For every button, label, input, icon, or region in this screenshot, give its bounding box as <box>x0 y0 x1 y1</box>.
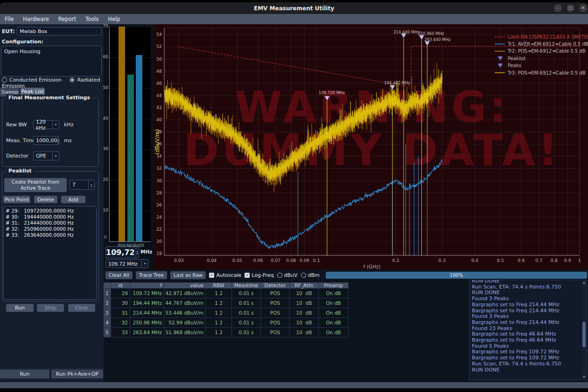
bargraph-bar-pos <box>119 27 125 241</box>
peaklist-listbox[interactable]: # 29: 109720000.0000 Hz# 30: 194440000.0… <box>3 206 97 300</box>
menu-item-file[interactable]: File <box>0 14 18 24</box>
bargraph-bar-label: AVER <box>134 243 144 248</box>
cell-rf_attn: 10 dB <box>290 298 319 308</box>
column-header-detector[interactable]: Detector <box>261 282 290 289</box>
table-header-row: idfvalueRBWMeastimeDetectorRF_AttnPreamp <box>104 282 349 289</box>
cell-rf_attn: 10 dB <box>290 289 319 298</box>
dbuv-radio[interactable] <box>277 273 282 278</box>
run-button[interactable]: Run <box>6 304 34 312</box>
cell-f: 214.44 MHz <box>130 308 164 318</box>
stop-button[interactable]: Stop <box>37 304 64 312</box>
cell-detector: POS <box>261 328 290 337</box>
legend-label: Peaklist <box>508 56 526 61</box>
meas-time-spinbox[interactable]: 1000,00▴▾ <box>33 136 59 145</box>
watermark-text: DUMMY DATA! <box>183 125 560 175</box>
add-button[interactable]: Add <box>61 196 85 203</box>
spin-arrows-icon[interactable]: ▴▾ <box>136 247 139 258</box>
table-row[interactable]: 432250.96 MHz52.99 dBuV/m1 20.01 sPOS10 … <box>104 318 349 328</box>
table-row[interactable]: 533263.64 MHz51.968 dBuV/m1 20.01 sPOS10… <box>104 328 349 337</box>
dbuv-label: dBuV <box>284 272 298 278</box>
peak-count-spinbox[interactable]: 7▴▾ <box>70 180 95 190</box>
detector-select[interactable]: QPE▾ <box>33 151 59 160</box>
create-peaklist-button[interactable]: Ceate Peaklist from Active Trace <box>4 178 67 192</box>
trace-tree-button[interactable]: Trace Tree <box>136 271 167 279</box>
x-tick-label: 0.06 <box>253 258 263 263</box>
peaklist-entry[interactable]: # 30: 194440000.0000 Hz <box>4 214 96 220</box>
bargraph-gridline <box>110 27 151 27</box>
scrollbar-thumb[interactable] <box>582 322 586 347</box>
peaklist-entry[interactable]: # 29: 109720000.0000 Hz <box>4 208 96 214</box>
y-tick-label: 18 <box>156 251 162 256</box>
log-freq-checkbox[interactable]: ✓ <box>245 273 250 278</box>
x-tick-label: 0.7 <box>535 258 542 263</box>
final-measurement-settings-group: Final Measurement Settings Rew BW 120 kH… <box>2 98 99 167</box>
legend-label: Tr3: POS↠EM-6912↠Cable 0.5 dB <box>507 70 586 76</box>
rew-bw-select[interactable]: 120 kHz▾ <box>33 120 59 129</box>
table-row[interactable]: 331214.44 MHz53.446 dBuV/m1 20.01 sPOS10… <box>104 308 349 318</box>
menu-bar: FileHardwareReportToolsHelp <box>0 14 588 24</box>
configuration-text[interactable]: Open Housing <box>1 46 102 76</box>
cell-detector: POS <box>261 318 290 328</box>
clear-all-button[interactable]: Clear All <box>105 271 133 279</box>
clear-button[interactable]: Clear <box>68 304 95 312</box>
menu-item-tools[interactable]: Tools <box>81 14 103 24</box>
y-tick-label: 22 <box>156 227 162 232</box>
eut-input[interactable] <box>17 27 102 35</box>
y-tick-label: 40 <box>156 117 162 122</box>
scroll-up-icon[interactable]: ▲ <box>582 281 586 284</box>
y-tick-label: 20 <box>156 239 162 244</box>
x-tick-label: 0.3 <box>439 258 446 263</box>
divider <box>0 369 104 369</box>
window-title: EMV Measurement Utility <box>254 5 334 12</box>
column-header-rf_attn[interactable]: RF_Attn <box>290 282 319 289</box>
y-tick-label: 24 <box>156 214 162 220</box>
cell-f: 263.64 MHz <box>130 328 164 337</box>
scroll-down-icon[interactable]: ▼ <box>582 375 586 379</box>
dbm-radio[interactable] <box>301 273 306 278</box>
frequency-unit-label: MHz <box>140 249 154 254</box>
configuration-label: Configuration: <box>2 39 43 45</box>
maximize-icon[interactable]: □ <box>567 4 574 12</box>
column-header-preamp[interactable]: Preamp <box>319 282 349 289</box>
bottom-run-button[interactable]: Run <box>0 370 49 378</box>
table-row[interactable]: 230194.44 MHz44.767 dBuV/m1 20.01 sPOS10… <box>104 298 349 308</box>
x-tick-label: 0.6 <box>518 258 525 263</box>
cell-preamp: On dB <box>319 328 349 337</box>
cell-rf_attn: 10 dB <box>290 308 319 318</box>
peaklist-entry[interactable]: # 31: 214440000.0000 Hz <box>4 220 96 226</box>
table-row[interactable]: 129109.72 MHz42.971 dBuV/m1 20.01 sPOS10… <box>104 289 349 298</box>
conducted-emission-radio[interactable]: Conducted Emission <box>2 77 62 83</box>
close-icon[interactable]: ✕ <box>579 4 587 12</box>
last-as-raw-button[interactable]: Last as Raw <box>170 271 206 279</box>
bargraph-ytick-label: 40 <box>103 116 108 121</box>
bargraph-plot <box>109 27 151 242</box>
log-scrollbar[interactable]: ▲ ▼ <box>582 281 586 379</box>
log-panel[interactable]: RUN DONERun Scan, ETA: 74.4 s Points:6.7… <box>469 280 587 380</box>
autoscale-checkbox[interactable]: ✓ <box>209 273 214 278</box>
delete-button[interactable]: Delete <box>34 196 57 203</box>
peak-marker-label: 109.720 MHz <box>319 90 345 95</box>
cell-f: 250.96 MHz <box>130 318 164 328</box>
log-lines: RUN DONERun Scan, ETA: 74.4 s Points:6.7… <box>469 280 587 373</box>
peak-marker-label: 250.960 MHz <box>418 31 444 36</box>
x-tick-label: 1 <box>578 258 581 263</box>
column-header-id[interactable]: id <box>111 282 130 289</box>
minimize-icon[interactable]: – <box>554 4 562 12</box>
column-header-rbw[interactable]: RBW <box>206 282 232 289</box>
bottom-run-pk-ave-qp-button[interactable]: Run Pk+Ave+QP <box>51 370 103 378</box>
cell-rf_attn: 10 dB <box>290 318 319 328</box>
peaklist-entry[interactable]: # 32: 250960000.0000 Hz <box>4 226 96 232</box>
bargraph-ytick-label: 30 <box>103 146 108 151</box>
pick-point-button[interactable]: Pick Point <box>3 196 30 203</box>
menu-item-help[interactable]: Help <box>103 14 125 24</box>
menu-item-report[interactable]: Report <box>54 14 81 24</box>
frequency-combobox[interactable]: 109.72 MHz ▾ <box>105 259 148 268</box>
column-header-f[interactable]: f <box>130 282 164 289</box>
spectrum-chart[interactable]: WARNING:DUMMY DATA!109.720 MHz194.440 MH… <box>154 24 588 269</box>
peaklist-entry[interactable]: # 33: 263640000.0000 Hz <box>4 232 96 238</box>
column-header-meastime[interactable]: Meastime <box>232 282 261 289</box>
menu-item-hardware[interactable]: Hardware <box>18 14 54 24</box>
column-header-value[interactable]: value <box>164 282 206 289</box>
meas-time-unit: ms <box>64 138 71 144</box>
x-tick-label: 0.9 <box>564 258 571 263</box>
